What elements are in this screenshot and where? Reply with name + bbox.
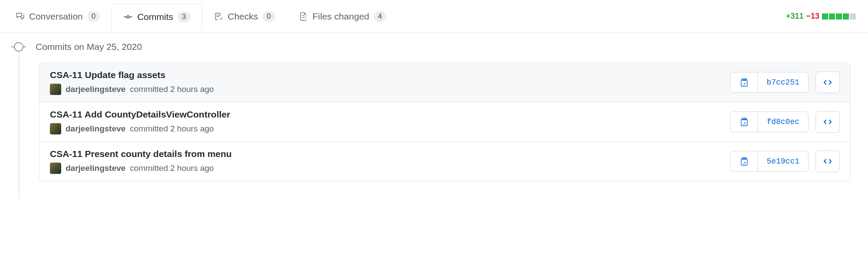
diffstat[interactable]: +311 −13 (786, 12, 865, 21)
browse-code-button[interactable] (815, 150, 840, 172)
code-icon (822, 77, 833, 88)
pr-tabnav: Conversation 0 Commits 3 Checks 0 Files … (0, 0, 868, 33)
timeline-line (19, 43, 20, 199)
tab-label: Checks (228, 11, 258, 22)
tab-label: Conversation (29, 11, 83, 22)
tab-count: 0 (87, 11, 100, 22)
commit-sha-link[interactable]: b7cc251 (757, 72, 808, 92)
tab-files-changed[interactable]: Files changed 4 (287, 3, 398, 29)
commit-sha-link[interactable]: 5e19cc1 (757, 151, 808, 171)
tab-conversation[interactable]: Conversation 0 (3, 3, 112, 29)
commit-author-link[interactable]: darjeelingsteve (66, 124, 125, 134)
browse-code-button[interactable] (815, 111, 840, 133)
comment-discussion-icon (15, 12, 25, 21)
commit-group-header: Commits on May 25, 2020 (17, 42, 851, 52)
commit-title-link[interactable]: CSA-11 Add CountyDetailsViewController (50, 109, 730, 120)
sha-button-group: b7cc251 (730, 72, 809, 93)
commit-time: committed 2 hours ago (130, 85, 214, 94)
commit-title-link[interactable]: CSA-11 Present county details from menu (50, 149, 730, 159)
file-diff-icon (299, 12, 308, 21)
sha-button-group: fd8c0ec (730, 111, 809, 132)
code-icon (822, 117, 833, 127)
code-icon (822, 156, 833, 167)
avatar[interactable] (50, 163, 61, 174)
tab-label: Files changed (312, 11, 369, 22)
sha-button-group: 5e19cc1 (730, 151, 809, 172)
tab-commits[interactable]: Commits 3 (112, 3, 202, 30)
avatar[interactable] (50, 84, 61, 95)
tab-count: 0 (263, 11, 275, 22)
diffstat-additions: +311 (786, 12, 804, 21)
diffstat-deletions: −13 (806, 12, 819, 21)
git-commit-icon (123, 12, 133, 22)
commit-sha-link[interactable]: fd8c0ec (757, 112, 808, 132)
commit-row: CSA-11 Update flag assets darjeelingstev… (39, 63, 850, 102)
tab-count: 3 (178, 12, 190, 22)
copy-sha-button[interactable] (730, 151, 757, 171)
tab-count: 4 (374, 11, 386, 22)
avatar[interactable] (50, 123, 61, 134)
commit-list: CSA-11 Update flag assets darjeelingstev… (39, 62, 851, 181)
commit-time: committed 2 hours ago (130, 163, 214, 173)
checklist-icon (214, 12, 224, 21)
commit-author-link[interactable]: darjeelingsteve (66, 85, 125, 94)
commit-author-link[interactable]: darjeelingsteve (66, 163, 125, 173)
clipboard-icon (739, 78, 749, 87)
commit-row: CSA-11 Add CountyDetailsViewController d… (39, 102, 850, 141)
tab-label: Commits (137, 12, 173, 22)
copy-sha-button[interactable] (730, 112, 757, 132)
tab-checks[interactable]: Checks 0 (202, 3, 287, 29)
commit-time: committed 2 hours ago (130, 124, 214, 134)
commit-group-title: Commits on May 25, 2020 (36, 42, 142, 52)
clipboard-icon (739, 157, 749, 166)
diffstat-meter (822, 13, 856, 20)
commit-title-link[interactable]: CSA-11 Update flag assets (50, 70, 730, 80)
commit-row: CSA-11 Present county details from menu … (39, 141, 850, 181)
git-commit-node-icon (14, 42, 23, 52)
browse-code-button[interactable] (815, 72, 840, 93)
copy-sha-button[interactable] (730, 72, 757, 92)
clipboard-icon (739, 117, 749, 127)
